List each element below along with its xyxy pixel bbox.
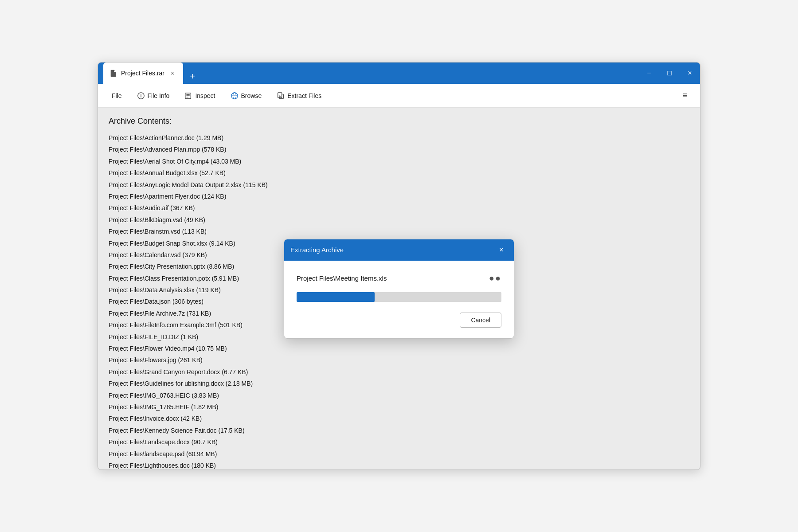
tab-area: Project Files.rar × + xyxy=(103,63,639,84)
active-tab[interactable]: Project Files.rar × xyxy=(103,63,183,84)
extract-files-label: Extract Files xyxy=(287,92,321,99)
modal-overlay: Extracting Archive × Project Files\Meeti… xyxy=(98,108,700,469)
extract-files-button[interactable]: Extract Files xyxy=(270,89,328,103)
inspect-button[interactable]: Inspect xyxy=(178,89,222,103)
file-label: File xyxy=(112,92,122,99)
maximize-button[interactable]: □ xyxy=(659,63,680,84)
browse-button[interactable]: Browse xyxy=(224,89,269,103)
inspect-icon xyxy=(184,92,192,100)
toolbar: File File Info Inspect xyxy=(98,84,700,108)
file-info-button[interactable]: File Info xyxy=(130,89,176,103)
current-file-name: Project Files\Meeting Items.xls xyxy=(297,274,387,282)
close-button[interactable]: × xyxy=(680,63,700,84)
main-window: Project Files.rar × + − □ × File File In… xyxy=(98,62,700,470)
progress-bar-container xyxy=(297,292,501,302)
toolbar-menu-button[interactable]: ≡ xyxy=(677,88,693,104)
new-tab-button[interactable]: + xyxy=(185,69,200,84)
content-area: Archive Contents: Project Files\ActionPl… xyxy=(98,108,700,469)
modal-close-button[interactable]: × xyxy=(495,244,508,256)
cancel-button[interactable]: Cancel xyxy=(460,313,501,328)
tab-label: Project Files.rar xyxy=(121,70,164,77)
modal-title-bar: Extracting Archive × xyxy=(284,239,514,261)
inspect-label: Inspect xyxy=(195,92,215,99)
current-file-row: Project Files\Meeting Items.xls ●● xyxy=(297,273,501,283)
file-info-label: File Info xyxy=(148,92,170,99)
window-controls: − □ × xyxy=(639,63,700,84)
modal-title: Extracting Archive xyxy=(290,246,344,254)
modal-footer: Cancel xyxy=(297,313,501,328)
modal-body: Project Files\Meeting Items.xls ●● Cance… xyxy=(284,261,514,338)
browse-icon xyxy=(231,92,239,100)
file-menu-item[interactable]: File xyxy=(105,89,129,102)
file-info-icon xyxy=(137,92,145,100)
tab-close-button[interactable]: × xyxy=(168,69,177,78)
extracting-dialog: Extracting Archive × Project Files\Meeti… xyxy=(284,239,514,339)
browse-label: Browse xyxy=(241,92,262,99)
title-bar: Project Files.rar × + − □ × xyxy=(98,63,700,84)
document-icon xyxy=(110,69,117,77)
svg-point-2 xyxy=(141,94,141,94)
minimize-button[interactable]: − xyxy=(639,63,659,84)
extract-icon xyxy=(277,92,285,100)
progress-bar-fill xyxy=(297,292,375,302)
loading-indicator: ●● xyxy=(489,273,501,283)
